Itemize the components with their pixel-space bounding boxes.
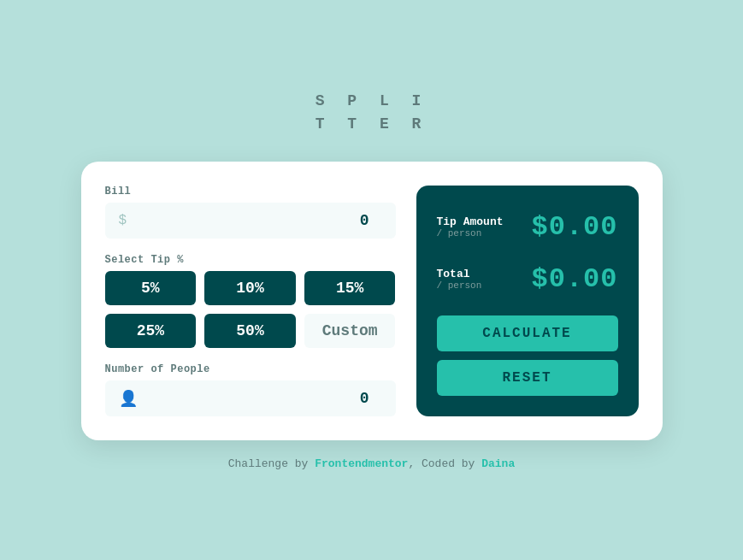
tip-50-button[interactable]: 50% xyxy=(204,314,296,348)
people-label: Number of People xyxy=(105,363,396,375)
main-card: Bill $ Select Tip % 5% 10% 15% 25% 50% C… xyxy=(81,162,663,440)
footer-prefix: Challenge by xyxy=(228,457,315,470)
total-result-labels: Total / person xyxy=(437,268,482,291)
tip-person-label: / person xyxy=(437,228,504,239)
title-line-1: S P L I xyxy=(315,90,428,113)
tip-amount-value: $0.00 xyxy=(531,211,617,243)
total-label: Total xyxy=(437,268,482,280)
person-icon: 👤 xyxy=(119,389,138,408)
bill-section: Bill $ xyxy=(105,186,396,239)
reset-button[interactable]: RESET xyxy=(437,360,618,396)
tip-15-button[interactable]: 15% xyxy=(304,271,396,305)
footer: Challenge by Frontendmentor, Coded by Da… xyxy=(228,457,515,470)
tip-grid: 5% 10% 15% 25% 50% Custom xyxy=(105,271,396,348)
calculate-button[interactable]: CALCULATE xyxy=(437,315,618,351)
tip-25-button[interactable]: 25% xyxy=(105,314,197,348)
dollar-icon: $ xyxy=(119,213,127,228)
footer-middle: , Coded by xyxy=(408,457,481,470)
total-result-row: Total / person $0.00 xyxy=(437,263,618,295)
people-section: Number of People 👤 xyxy=(105,363,396,416)
tip-custom-button[interactable]: Custom xyxy=(304,314,396,348)
tip-10-button[interactable]: 10% xyxy=(204,271,296,305)
total-person-label: / person xyxy=(437,280,482,291)
author-link[interactable]: Daina xyxy=(481,457,515,470)
tip-5-button[interactable]: 5% xyxy=(105,271,197,305)
total-value: $0.00 xyxy=(531,263,617,295)
frontendmentor-link[interactable]: Frontendmentor xyxy=(315,457,408,470)
tip-amount-label: Tip Amount xyxy=(437,215,504,228)
app-title: S P L I T T E R xyxy=(315,90,428,136)
tip-section: Select Tip % 5% 10% 15% 25% 50% Custom xyxy=(105,254,396,348)
tip-result-labels: Tip Amount / person xyxy=(437,215,504,239)
tip-result-row: Tip Amount / person $0.00 xyxy=(437,211,618,243)
bill-label: Bill xyxy=(105,186,396,197)
tip-label: Select Tip % xyxy=(105,254,396,266)
right-panel: Tip Amount / person $0.00 Total / person… xyxy=(416,186,639,416)
people-input-wrapper: 👤 xyxy=(105,380,396,416)
left-panel: Bill $ Select Tip % 5% 10% 15% 25% 50% C… xyxy=(105,186,396,416)
bill-input[interactable] xyxy=(133,212,381,229)
bill-input-wrapper: $ xyxy=(105,203,396,239)
people-input[interactable] xyxy=(138,390,382,407)
title-line-2: T T E R xyxy=(315,113,428,136)
